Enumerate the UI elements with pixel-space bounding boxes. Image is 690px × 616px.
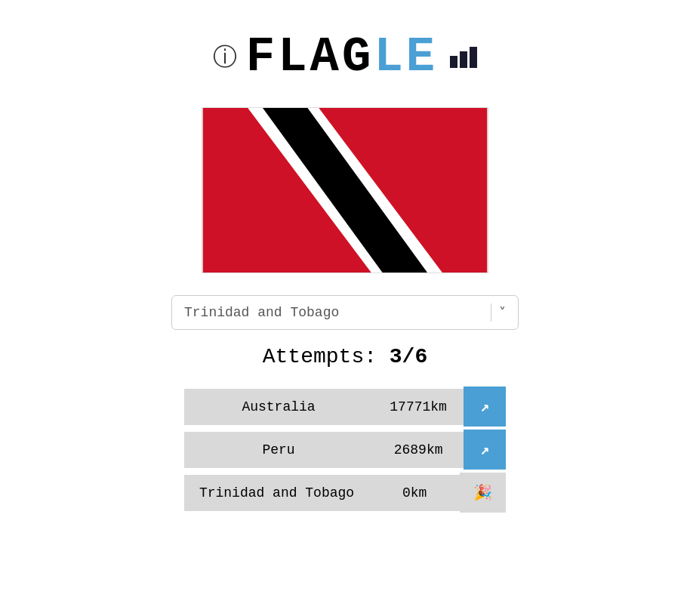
input-divider [491,303,491,322]
distance-value: 17771km [373,389,464,425]
search-container: ˅ [171,295,519,330]
dropdown-arrow-icon[interactable]: ˅ [499,304,506,321]
table-row: Australia 17771km ↗ [184,387,506,427]
bar-2 [460,51,467,68]
app-title: FLAGLE [246,30,438,85]
flag-display [202,107,488,277]
country-search-input[interactable] [184,305,483,320]
arrow-icon: ↗ [480,397,489,416]
distance-value: 2689km [373,432,464,468]
table-row: Peru 2689km ↗ [184,430,506,470]
bar-3 [470,47,477,68]
help-icon[interactable]: ⓘ [213,41,237,74]
search-input-wrapper[interactable]: ˅ [171,295,519,330]
attempts-label: Attempts: [263,345,377,368]
country-name: Peru [184,432,373,468]
flag-image [202,107,488,273]
party-indicator: 🎉 [460,473,506,513]
distance-value: 0km [369,475,460,511]
title-le-text: LE [374,30,438,85]
party-icon: 🎉 [473,483,492,502]
attempts-display: Attempts: 3/6 [263,345,427,368]
arrow-icon: ↗ [480,440,489,459]
table-row: Trinidad and Tobago 0km 🎉 [184,473,506,513]
attempts-count: 3/6 [390,345,427,368]
title-flag-text: FLAG [246,30,374,85]
country-name: Australia [184,389,373,425]
direction-indicator: ↗ [464,387,506,427]
stats-icon[interactable] [450,47,477,68]
bar-1 [450,56,457,68]
app-header: ⓘ FLAGLE [213,30,477,85]
country-name: Trinidad and Tobago [184,475,369,511]
direction-indicator: ↗ [464,430,506,470]
results-list: Australia 17771km ↗ Peru 2689km ↗ Trinid… [184,387,506,516]
